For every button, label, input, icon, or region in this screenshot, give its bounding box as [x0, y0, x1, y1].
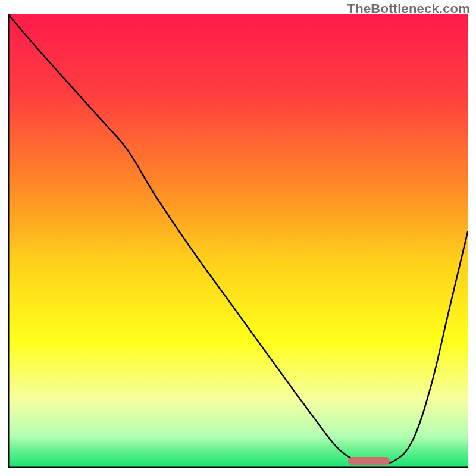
plot-area	[8, 14, 468, 468]
chart-canvas: TheBottleneck.com	[0, 0, 476, 476]
plot-svg	[8, 14, 468, 468]
gradient-background	[8, 14, 468, 468]
optimal-range-marker	[348, 457, 389, 465]
